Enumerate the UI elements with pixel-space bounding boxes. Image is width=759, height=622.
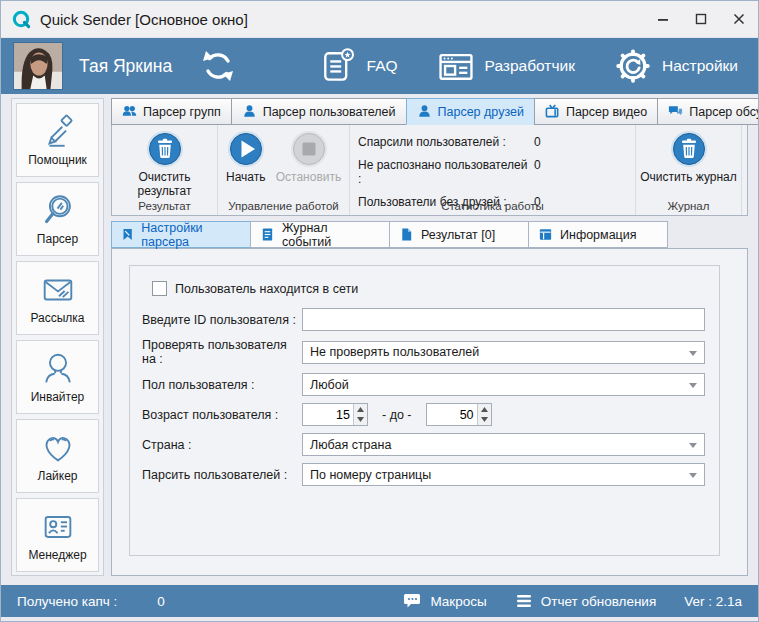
tab-parser-discussions[interactable]: Парсер обсужд — [657, 98, 759, 125]
macros-button[interactable]: Макросы — [404, 593, 486, 609]
age-row: Возраст пользователя : - до - — [142, 403, 705, 426]
group-caption: Журнал — [636, 200, 741, 212]
settings-panel: Пользователь находится в сети Введите ID… — [111, 248, 748, 576]
check-user-label: Проверять пользователя на : — [142, 338, 302, 366]
result-document-icon — [399, 227, 414, 242]
start-button[interactable]: Начать — [226, 125, 266, 184]
age-range: - до - — [302, 403, 492, 426]
tab-information[interactable]: Информация — [528, 221, 668, 248]
inner-tabstrip: Настройки парсера Журнал событий — [111, 221, 748, 248]
gender-select[interactable]: Любой — [302, 373, 705, 396]
trash-icon — [669, 129, 709, 169]
chat-icon — [668, 104, 683, 119]
close-button[interactable] — [720, 1, 758, 37]
tab-parser-settings[interactable]: Настройки парсера — [111, 221, 251, 248]
magnifier-icon — [39, 192, 77, 230]
tab-event-journal[interactable]: Журнал событий — [250, 221, 390, 248]
tab-result[interactable]: Результат [0] — [389, 221, 529, 248]
heart-icon — [39, 429, 77, 467]
country-select[interactable]: Любая страна — [302, 433, 705, 456]
settings-button[interactable]: Настройки — [613, 47, 738, 85]
tab-parser-users[interactable]: Парсер пользователей — [231, 98, 407, 125]
sidebar-item-parser[interactable]: Парсер — [16, 182, 99, 256]
maximize-button[interactable] — [682, 1, 720, 37]
tab-label: Настройки парсера — [141, 221, 241, 249]
sidebar-item-label: Инвайтер — [31, 390, 85, 404]
age-from-up-button[interactable] — [354, 404, 367, 415]
user-name: Тая Яркина — [79, 56, 172, 77]
faq-button[interactable]: FAQ — [318, 47, 398, 85]
tab-parser-groups[interactable]: Парсер групп — [111, 98, 232, 125]
online-checkbox-label: Пользователь находится в сети — [175, 282, 358, 296]
sidebar-item-assistant[interactable]: Помощник — [16, 103, 99, 177]
group-caption: Управление работой — [218, 200, 349, 212]
play-icon — [226, 129, 266, 169]
online-checkbox[interactable] — [152, 281, 167, 296]
gender-label: Пол пользователя : — [142, 378, 302, 392]
envelope-icon — [39, 271, 77, 309]
sidebar-item-liker[interactable]: Лайкер — [16, 419, 99, 493]
stat-row: Спарсили пользователей : 0 — [358, 135, 635, 149]
stat-label: Спарсили пользователей : — [358, 135, 534, 149]
ribbon-group-result: Очистить результат Результат — [112, 125, 218, 215]
minimize-button[interactable] — [644, 1, 682, 37]
tab-parser-friends[interactable]: Парсер друзей — [406, 98, 535, 125]
tab-label: Парсер пользователей — [263, 105, 396, 119]
app-header: Тая Яркина FAQ — [1, 38, 758, 94]
age-to-input[interactable] — [427, 404, 477, 425]
tab-label: Результат [0] — [421, 228, 495, 242]
sidebar-item-label: Парсер — [37, 232, 78, 246]
sidebar-item-inviter[interactable]: Инвайтер — [16, 340, 99, 414]
ribbon-group-stats: Спарсили пользователей : 0 Не распознано… — [350, 125, 636, 215]
version-label: Ver : 2.1a — [684, 594, 742, 609]
check-user-row: Проверять пользователя на : Не проверять… — [142, 338, 705, 366]
faq-document-icon — [318, 47, 358, 85]
id-card-icon — [39, 508, 77, 546]
clear-result-button[interactable]: Очистить результат — [112, 125, 217, 198]
age-label: Возраст пользователя : — [142, 408, 302, 422]
user-id-input[interactable] — [303, 309, 704, 330]
age-from-input[interactable] — [303, 404, 353, 425]
gender-value: Любой — [310, 378, 349, 392]
clear-journal-button[interactable]: Очистить журнал — [636, 125, 741, 184]
check-user-select[interactable]: Не проверять пользователей — [302, 341, 705, 364]
speech-bubble-icon — [404, 593, 422, 609]
tab-label: Парсер групп — [143, 105, 221, 119]
age-separator: - до - — [382, 408, 412, 422]
age-from-down-button[interactable] — [354, 415, 367, 426]
country-value: Любая страна — [310, 438, 391, 452]
start-label: Начать — [226, 170, 266, 184]
age-to-spinner — [426, 403, 492, 426]
user-id-row: Введите ID пользователя : — [142, 308, 705, 331]
bookmark-icon — [121, 227, 134, 242]
group-caption: Результат — [112, 200, 217, 212]
tv-icon — [545, 104, 560, 119]
user-icon — [417, 104, 432, 119]
journal-document-icon — [260, 227, 275, 242]
parse-mode-select[interactable]: По номеру страницы — [302, 463, 705, 486]
sidebar-item-manager[interactable]: Менеджер — [16, 498, 99, 572]
person-icon — [39, 350, 77, 388]
user-avatar[interactable] — [13, 42, 63, 90]
ribbon-group-journal: Очистить журнал Журнал — [636, 125, 742, 215]
sidebar: Помощник Парсер Рассы — [11, 98, 104, 576]
tab-label: Парсер обсужд — [689, 105, 759, 119]
age-to-up-button[interactable] — [478, 404, 491, 415]
check-user-value: Не проверять пользователей — [310, 345, 479, 359]
refresh-icon[interactable] — [200, 48, 236, 84]
info-table-icon — [538, 227, 553, 242]
user-id-field — [302, 308, 705, 331]
tab-label: Журнал событий — [282, 221, 380, 249]
parser-settings-form: Пользователь находится в сети Введите ID… — [129, 265, 720, 556]
macros-label: Макросы — [430, 594, 486, 609]
chevron-down-icon — [689, 383, 697, 388]
update-report-button[interactable]: Отчет обновления — [515, 593, 656, 609]
developer-button[interactable]: Разработчик — [436, 47, 575, 85]
stat-value: 0 — [534, 158, 541, 186]
gender-row: Пол пользователя : Любой — [142, 373, 705, 396]
stop-button[interactable]: Остановить — [276, 125, 342, 184]
tab-parser-video[interactable]: Парсер видео — [534, 98, 658, 125]
age-to-down-button[interactable] — [478, 415, 491, 426]
sidebar-item-mailing[interactable]: Рассылка — [16, 261, 99, 335]
sidebar-item-label: Менеджер — [28, 548, 86, 562]
